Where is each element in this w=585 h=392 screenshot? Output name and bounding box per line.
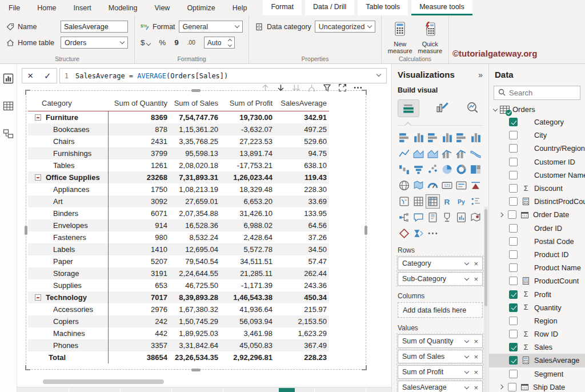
data-field-quantity[interactable]: ΣQuantity	[489, 301, 585, 314]
arcgis-map-icon[interactable]	[469, 211, 482, 224]
donut-chart-icon[interactable]	[455, 163, 468, 176]
visual-selection-box[interactable]: CategorySum of QuantitySum of SalesSum o…	[26, 90, 366, 370]
card-icon[interactable]: 123	[440, 179, 454, 192]
data-field-postal-code[interactable]: Postal Code	[489, 235, 585, 248]
field-pill-sub-category[interactable]: Sub-Category×	[398, 272, 483, 286]
resize-handle[interactable]	[362, 365, 367, 370]
collapse-pane-icon[interactable]: »	[478, 70, 483, 79]
map-icon[interactable]	[398, 179, 411, 192]
measure-name-input[interactable]	[61, 21, 128, 33]
field-checkbox[interactable]	[509, 303, 518, 312]
r-script-visual-icon[interactable]: R	[440, 195, 454, 208]
matrix-row-supplies[interactable]: Supplies65346,725.50-1,171.39243.36	[28, 279, 329, 291]
data-field-row-id[interactable]: ΣRow ID	[489, 327, 585, 341]
power-automate-icon[interactable]	[412, 227, 425, 240]
data-field-customer-name[interactable]: Customer Name	[489, 169, 585, 182]
decimal-places-spinner[interactable]: Auto	[204, 37, 235, 49]
tab-format[interactable]: Format	[263, 0, 302, 15]
pill-chevron-icon[interactable]	[464, 385, 469, 389]
matrix-row-bookcases[interactable]: Bookcases8781,15,361.20-3,632.07497.25	[28, 123, 329, 135]
field-checkbox[interactable]	[509, 330, 518, 338]
data-category-dropdown[interactable]: Uncategorized	[315, 21, 376, 33]
percent-format-button[interactable]: %	[159, 38, 166, 47]
matrix-row-appliances[interactable]: Appliances17501,08,213.1918,329.48228.30	[28, 183, 329, 195]
funnel-chart-icon[interactable]	[412, 163, 425, 176]
matrix-row-total[interactable]: Total3865423,26,534.352,92,296.81228.23	[28, 351, 329, 363]
matrix-row-storage[interactable]: Storage31912,24,644.5521,285.11262.44	[28, 267, 329, 279]
data-field-category[interactable]: Category	[489, 115, 585, 129]
resize-handle[interactable]	[364, 226, 367, 235]
pill-chevron-icon[interactable]	[464, 369, 469, 374]
data-field-productcount[interactable]: ProductCount	[489, 274, 585, 287]
key-influencers-icon[interactable]	[469, 195, 482, 208]
format-visual-tab[interactable]	[436, 101, 450, 116]
cancel-formula-button[interactable]: ×	[27, 70, 33, 82]
data-field-salesaverage[interactable]: SalesAverage	[489, 354, 585, 367]
tab-view[interactable]: View	[146, 0, 179, 15]
tab-home[interactable]: Home	[29, 0, 65, 15]
field-checkbox[interactable]	[509, 317, 518, 325]
stacked-area-chart-icon[interactable]	[426, 147, 439, 160]
field-checkbox[interactable]	[509, 263, 518, 272]
formula-input[interactable]: 1SalesAverage = AVERAGE(Orders[Sales])	[59, 68, 387, 83]
field-pill-sum-of-sales[interactable]: Sum of Sales×	[398, 350, 483, 363]
data-field-distinctprodcount[interactable]: DistinctProdCount	[489, 195, 585, 208]
field-checkbox[interactable]	[508, 383, 516, 391]
commit-formula-button[interactable]: ✓	[44, 71, 51, 81]
power-apps-icon[interactable]	[398, 227, 411, 240]
tab-file[interactable]: File	[0, 0, 29, 15]
line-chart-icon[interactable]	[398, 147, 411, 160]
column-header-sum-of-profit[interactable]: Sum of Profit	[221, 95, 275, 111]
tab-table-tools[interactable]: Table tools	[358, 0, 408, 15]
matrix-icon[interactable]	[426, 195, 439, 208]
remove-field-icon[interactable]: ×	[474, 275, 478, 283]
paginated-report-icon[interactable]	[455, 211, 468, 224]
data-field-product-id[interactable]: Product ID	[489, 248, 585, 261]
data-field-city[interactable]: City	[489, 129, 585, 142]
field-checkbox[interactable]	[509, 343, 518, 351]
remove-field-icon[interactable]: ×	[474, 368, 478, 377]
matrix-row-paper[interactable]: Paper520779,540.5434,511.5157.47	[28, 255, 329, 267]
matrix-row-office-supplies[interactable]: Office Supplies232687,31,893.311,26,023.…	[28, 171, 329, 183]
data-field-segment[interactable]: Segment	[489, 367, 585, 381]
area-chart-icon[interactable]	[412, 147, 425, 160]
field-checkbox[interactable]	[509, 290, 518, 299]
field-checkbox[interactable]	[509, 171, 518, 179]
tab-measure-tools[interactable]: Measure tools	[411, 0, 472, 15]
smart-narrative-icon[interactable]	[426, 211, 439, 224]
more-visuals-icon[interactable]	[426, 227, 439, 240]
gauge-icon[interactable]	[426, 179, 439, 192]
stacked-column-chart-icon[interactable]	[412, 131, 425, 144]
field-pill-salesaverage[interactable]: SalesAverage×	[398, 381, 483, 392]
pie-chart-icon[interactable]	[440, 163, 454, 176]
remove-field-icon[interactable]: ×	[474, 259, 478, 268]
field-checkbox[interactable]	[509, 277, 518, 285]
pane-scrollbar[interactable]	[484, 207, 488, 392]
resize-handle[interactable]	[25, 90, 30, 95]
resize-handle[interactable]	[191, 89, 201, 92]
data-field-region[interactable]: Region	[489, 314, 585, 327]
matrix-row-accessories[interactable]: Accessories29761,67,380.3241,936.64215.9…	[28, 303, 329, 315]
waterfall-chart-icon[interactable]	[398, 163, 411, 176]
format-dropdown[interactable]: General	[179, 21, 243, 33]
pill-chevron-icon[interactable]	[464, 276, 469, 281]
resize-handle[interactable]	[25, 365, 30, 370]
line-and-clustered-column-chart-icon[interactable]	[455, 147, 468, 160]
resize-handle[interactable]	[191, 369, 201, 371]
pill-chevron-icon[interactable]	[464, 261, 469, 265]
quick-measure-button[interactable]: Quick measure	[418, 21, 443, 54]
search-input[interactable]	[509, 89, 576, 97]
remove-field-icon[interactable]: ×	[474, 337, 478, 346]
collapse-icon[interactable]	[35, 174, 41, 181]
matrix-row-machines[interactable]: Machines4421,89,925.033,461.981,623.29	[28, 327, 329, 339]
field-checkbox[interactable]	[509, 131, 518, 139]
decimal-places-button[interactable]: .00	[187, 39, 195, 46]
matrix-row-technology[interactable]: Technology70178,39,893.281,46,543.38450.…	[28, 291, 329, 303]
kpi-icon[interactable]	[469, 179, 482, 192]
matrix-row-phones[interactable]: Phones33573,31,842.6445,050.83367.49	[28, 339, 329, 351]
matrix-row-chairs[interactable]: Chairs24313,35,768.2527,223.53529.60	[28, 135, 329, 147]
data-field-ship-date[interactable]: Ship Date	[489, 381, 585, 392]
hundred-stacked-bar-chart-icon[interactable]	[455, 131, 468, 144]
horizontal-scrollbar[interactable]	[43, 379, 164, 384]
column-header-category[interactable]: Category	[28, 95, 108, 111]
